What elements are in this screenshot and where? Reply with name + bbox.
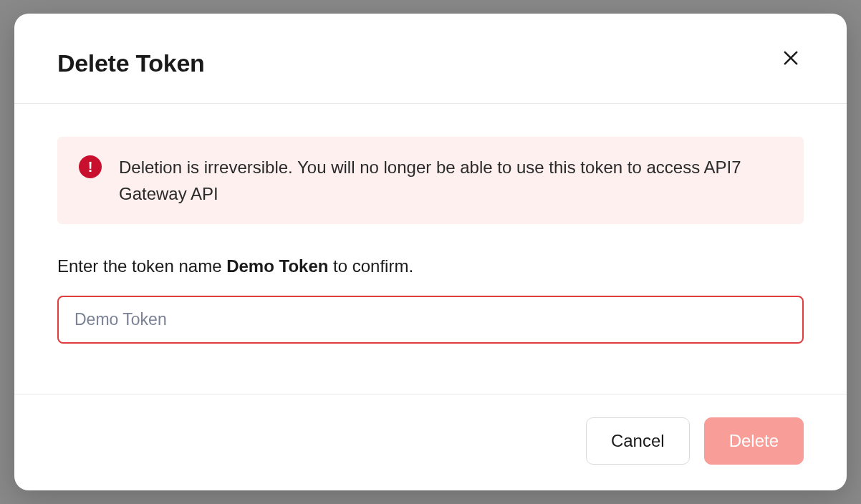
close-icon (781, 48, 801, 68)
delete-button[interactable]: Delete (704, 417, 804, 465)
close-button[interactable] (778, 45, 804, 71)
modal-overlay: Delete Token ! Deletion is irreversible.… (0, 0, 861, 504)
confirm-token-name: Demo Token (226, 256, 328, 276)
confirm-suffix: to confirm. (328, 256, 413, 276)
modal-header: Delete Token (14, 14, 847, 104)
exclamation-icon: ! (79, 155, 102, 178)
modal-body: ! Deletion is irreversible. You will no … (14, 104, 847, 394)
delete-token-modal: Delete Token ! Deletion is irreversible.… (14, 14, 847, 490)
modal-title: Delete Token (57, 49, 205, 77)
token-name-input[interactable] (57, 296, 804, 344)
confirm-prefix: Enter the token name (57, 256, 226, 276)
warning-alert: ! Deletion is irreversible. You will no … (57, 137, 804, 224)
modal-footer: Cancel Delete (14, 394, 847, 490)
cancel-button[interactable]: Cancel (586, 417, 690, 465)
confirm-instruction: Enter the token name Demo Token to confi… (57, 254, 804, 278)
alert-message: Deletion is irreversible. You will no lo… (119, 154, 782, 207)
